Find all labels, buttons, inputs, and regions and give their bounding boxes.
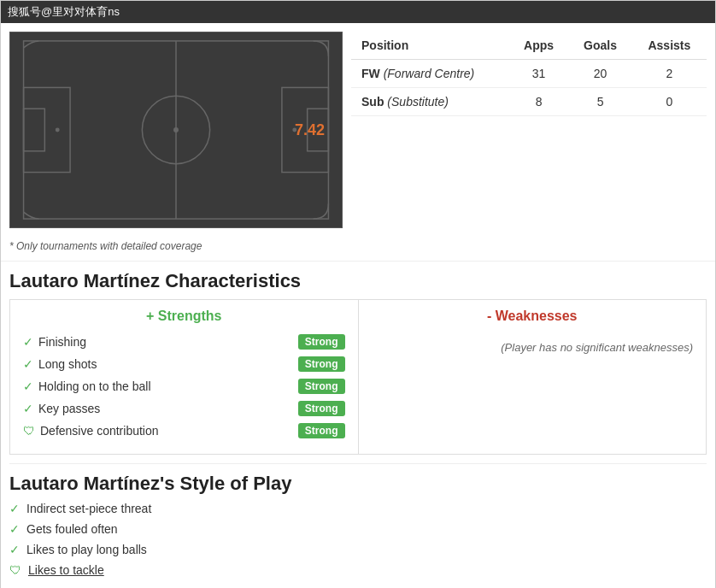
- row1-apps: 31: [509, 60, 569, 88]
- characteristics-section: + Strengths ✓ Finishing Strong ✓ Long sh…: [1, 299, 715, 455]
- strength-label-holding: Holding on to the ball: [38, 379, 151, 393]
- header-bar: 搜狐号@里对对体育ns: [1, 1, 715, 23]
- strengths-column: + Strengths ✓ Finishing Strong ✓ Long sh…: [10, 300, 359, 454]
- style-label-setpiece: Indirect set-piece threat: [26, 502, 151, 515]
- coverage-note: * Only tournaments with detailed coverag…: [1, 237, 715, 261]
- strength-label-defensive: Defensive contribution: [40, 424, 159, 438]
- stats-table-container: Position Apps Goals Assists FW (Forward …: [351, 32, 707, 228]
- row2-apps: 8: [509, 88, 569, 116]
- strong-badge-finishing: Strong: [298, 334, 345, 350]
- style-item-longballs: ✓ Likes to play long balls: [9, 543, 707, 556]
- svg-point-9: [56, 128, 60, 132]
- style-item-setpiece: ✓ Indirect set-piece threat: [9, 502, 707, 515]
- shield-icon: 🛡: [9, 563, 21, 577]
- field-diagram: 7.42: [9, 32, 343, 228]
- col-header-goals: Goals: [568, 32, 631, 60]
- strong-badge-longshots: Strong: [298, 356, 345, 372]
- weaknesses-header: - Weaknesses: [372, 309, 694, 324]
- row2-assists: 0: [632, 88, 707, 116]
- style-item-fouled: ✓ Gets fouled often: [9, 522, 707, 536]
- check-icon: ✓: [9, 543, 20, 556]
- characteristics-title: Lautaro Martínez Characteristics: [1, 261, 715, 299]
- shield-icon: 🛡: [23, 424, 35, 438]
- strength-item-defensive: 🛡 Defensive contribution Strong: [23, 423, 345, 438]
- strength-label-finishing: Finishing: [38, 335, 86, 349]
- strong-badge-keypasses: Strong: [298, 401, 345, 416]
- style-label-longballs: Likes to play long balls: [26, 543, 147, 556]
- check-icon: ✓: [9, 502, 20, 515]
- strength-item-longshots: ✓ Long shots Strong: [23, 356, 345, 372]
- row2-position: Sub (Substitute): [351, 88, 509, 116]
- stats-table: Position Apps Goals Assists FW (Forward …: [351, 32, 707, 116]
- check-icon: ✓: [9, 522, 20, 536]
- row2-goals: 5: [568, 88, 631, 116]
- col-header-position: Position: [351, 32, 509, 60]
- strong-badge-defensive: Strong: [298, 423, 345, 438]
- strength-label-longshots: Long shots: [38, 357, 97, 371]
- strength-item-keypasses: ✓ Key passes Strong: [23, 401, 345, 416]
- style-title: Lautaro Martínez's Style of Play: [9, 463, 707, 502]
- svg-point-4: [173, 127, 179, 132]
- strong-badge-holding: Strong: [298, 379, 345, 394]
- check-icon: ✓: [23, 335, 33, 349]
- strength-label-keypasses: Key passes: [38, 402, 100, 415]
- col-header-assists: Assists: [632, 32, 707, 60]
- strength-item-holding: ✓ Holding on to the ball Strong: [23, 379, 345, 394]
- check-icon: ✓: [23, 357, 33, 371]
- style-section: Lautaro Martínez's Style of Play ✓ Indir…: [1, 455, 715, 588]
- header-text: 搜狐号@里对对体育ns: [8, 4, 120, 20]
- player-position-value: 7.42: [295, 121, 325, 139]
- table-row: FW (Forward Centre) 31 20 2: [351, 60, 707, 88]
- top-section: 7.42 Position Apps Goals Assists FW: [1, 23, 715, 237]
- no-weakness-text: (Player has no significant weaknesses): [372, 341, 694, 354]
- strengths-header: + Strengths: [23, 309, 345, 324]
- style-item-tackle: 🛡 Likes to tackle: [9, 563, 707, 577]
- weaknesses-column: - Weaknesses (Player has no significant …: [359, 300, 707, 454]
- row1-position: FW (Forward Centre): [351, 60, 509, 88]
- style-label-tackle: Likes to tackle: [28, 563, 104, 577]
- check-icon: ✓: [23, 402, 33, 415]
- row1-goals: 20: [568, 60, 631, 88]
- char-columns: + Strengths ✓ Finishing Strong ✓ Long sh…: [9, 299, 707, 455]
- table-row: Sub (Substitute) 8 5 0: [351, 88, 707, 116]
- col-header-apps: Apps: [509, 32, 569, 60]
- style-label-fouled: Gets fouled often: [26, 522, 118, 536]
- row1-assists: 2: [632, 60, 707, 88]
- check-icon: ✓: [23, 379, 33, 393]
- strength-item-finishing: ✓ Finishing Strong: [23, 334, 345, 350]
